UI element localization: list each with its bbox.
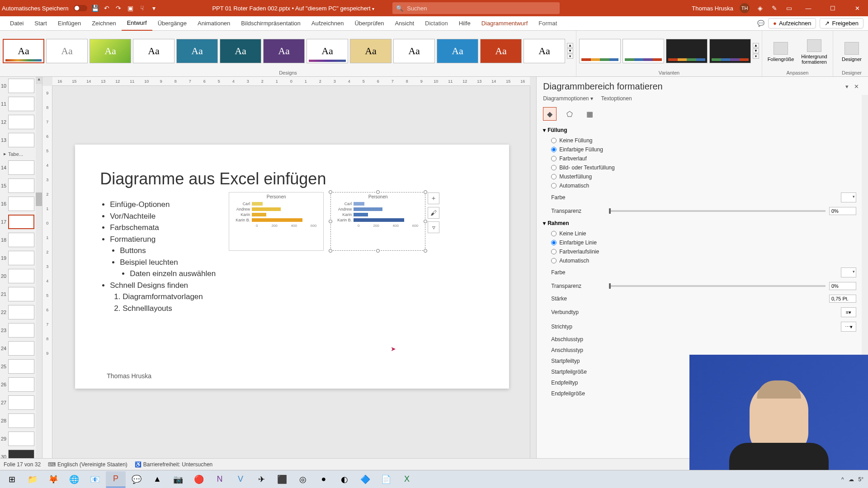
chart-elements-button[interactable]: ＋ [428,192,439,204]
app-icon-8[interactable]: 🔷 [355,471,375,488]
variant-2[interactable] [623,39,664,63]
vscode-icon[interactable]: V [231,471,250,488]
slide-title[interactable]: Diagramme aus Excel einfügen [100,169,326,188]
theme-thumb-13[interactable]: Aa [524,39,565,63]
fill-section-header[interactable]: ▾ Füllung [543,124,856,136]
tab-datei[interactable]: Datei [5,16,29,31]
pen-icon[interactable]: ✎ [770,4,778,12]
share-button[interactable]: ↗Freigeben [820,18,863,28]
explorer-icon[interactable]: 📁 [23,471,42,488]
theme-thumb-9[interactable]: Aa [350,39,392,63]
border-transparency-value[interactable]: 0% [829,282,856,290]
telegram-icon[interactable]: ✈ [251,471,271,488]
touch-icon[interactable]: ☟ [138,4,146,12]
slide-canvas[interactable]: Diagramme aus Excel einfügen Einfüge-Opt… [52,86,530,458]
tab-zeichnen[interactable]: Zeichnen [86,16,121,31]
theme-thumb-5[interactable]: Aa [176,39,218,63]
tab-bildschirm[interactable]: Bildschirmpräsentation [236,16,306,31]
search-input[interactable] [407,5,556,12]
variant-up[interactable]: ▲ [753,43,759,48]
onenote-icon[interactable]: N [210,471,230,488]
slide-thumb-14[interactable]: 14 [0,159,36,177]
theme-thumb-12[interactable]: Aa [480,39,522,63]
fill-auto[interactable]: Automatisch [543,181,856,190]
border-transparency-slider[interactable] [609,285,826,287]
diamond-icon[interactable]: ◈ [756,4,764,12]
thumb-scrollbar[interactable]: ▲ [36,77,42,458]
theme-thumb-6[interactable]: Aa [220,39,261,63]
tab-einfuegen[interactable]: Einfügen [52,16,86,31]
slide-thumb-17[interactable]: 17 [0,213,36,231]
tab-diagrammentwurf[interactable]: Diagrammentwurf [476,16,533,31]
record-button[interactable]: ●Aufzeichnen [768,18,816,28]
slide-thumb-25[interactable]: 25 [0,357,36,375]
slide-size-button[interactable]: Foliengröße [765,40,797,62]
fill-picture[interactable]: Bild- oder Texturfüllung [543,163,856,172]
subtab-chart-options[interactable]: Diagrammoptionen ▾ [543,95,593,102]
app-icon-2[interactable]: 📷 [168,471,188,488]
fill-pattern[interactable]: Musterfüllung [543,172,856,181]
variant-3[interactable] [666,39,708,63]
slide-thumb-29[interactable]: 29 [0,430,36,448]
compound-type-dropdown[interactable]: ≡▾ [841,307,856,317]
pane-close-icon[interactable]: ✕ [851,82,862,91]
gallery-more[interactable]: ▾ [567,54,573,59]
theme-gallery[interactable]: Aa Aa Aa Aa Aa Aa Aa Aa Aa Aa Aa Aa Aa ▲… [3,33,573,69]
vertical-ruler[interactable]: 9876543210123456789 [42,86,52,458]
tab-ansicht[interactable]: Ansicht [389,16,420,31]
qat-more-icon[interactable]: ▾ [150,4,158,12]
scroll-up-icon[interactable]: ▲ [36,77,42,84]
tab-ueberpruefen[interactable]: Überprüfen [349,16,389,31]
border-auto[interactable]: Automatisch [543,256,856,265]
chart-2[interactable]: Personen Carl Andrew Karin Karin B. 0200… [330,192,425,251]
variant-gallery[interactable]: ▲ ▼ ▾ [579,33,759,69]
user-name[interactable]: Thomas Hruska [692,5,733,12]
app-icon-5[interactable]: ◎ [293,471,313,488]
border-solid[interactable]: Einfarbige Linie [543,238,856,247]
dash-type-dropdown[interactable]: ⋯▾ [841,322,856,332]
slide-thumb-23[interactable]: 23 [0,321,36,339]
present-icon[interactable]: ▣ [126,4,134,12]
save-icon[interactable]: 💾 [91,4,99,12]
theme-thumb-8[interactable]: Aa [307,39,348,63]
undo-icon[interactable]: ↶ [103,4,111,12]
tab-animationen[interactable]: Animationen [192,16,236,31]
tab-dictation[interactable]: Dictation [420,16,453,31]
excel-icon[interactable]: X [397,471,417,488]
slide-thumb-26[interactable]: 26 [0,375,36,394]
fill-line-icon[interactable]: ◆ [543,107,557,121]
gallery-up[interactable]: ▲ [567,43,573,48]
slide-thumb-13[interactable]: 13 [0,131,36,149]
app-icon-4[interactable]: ⬛ [272,471,292,488]
border-gradient[interactable]: Farbverlaufslinie [543,247,856,256]
theme-thumb-1[interactable]: Aa [3,39,44,63]
gallery-down[interactable]: ▼ [567,48,573,53]
fill-transparency-value[interactable]: 0% [829,207,856,215]
app-icon-1[interactable]: 💬 [127,471,146,488]
weather-icon[interactable]: ☁ [849,476,854,483]
search-box[interactable]: 🔍 [392,2,560,14]
variant-more[interactable]: ▾ [753,54,759,59]
powerpoint-icon[interactable]: P [106,471,126,488]
theme-thumb-4[interactable]: Aa [133,39,175,63]
comments-icon[interactable]: 💬 [757,20,764,27]
section-header[interactable]: ▸Tabe... [0,149,36,159]
slide-body[interactable]: Einfüge-Optionen Vor/Nachteile Farbschem… [100,199,216,314]
maximize-button[interactable]: ☐ [824,0,842,16]
effects-icon[interactable]: ⬠ [563,107,576,121]
file-title[interactable]: PPT 01 Roter Faden 002.pptx • Auf "diese… [212,5,374,12]
fill-color-button[interactable] [841,192,856,202]
tray-expand-icon[interactable]: ^ [841,476,844,483]
tab-entwurf[interactable]: Entwurf [122,16,152,31]
window-icon[interactable]: ▭ [785,4,793,12]
border-none[interactable]: Keine Linie [543,229,856,238]
variant-down[interactable]: ▼ [753,48,759,53]
app-icon-9[interactable]: 📄 [376,471,396,488]
outlook-icon[interactable]: 📧 [85,471,105,488]
app-icon-6[interactable]: ● [314,471,334,488]
horizontal-ruler[interactable]: 1615141312111098765432101234567891011121… [52,77,530,86]
temperature[interactable]: 5° [859,476,863,483]
app-icon-7[interactable]: ◐ [335,471,354,488]
chrome-icon[interactable]: 🌐 [64,471,84,488]
designer-button[interactable]: Designer [836,40,868,62]
